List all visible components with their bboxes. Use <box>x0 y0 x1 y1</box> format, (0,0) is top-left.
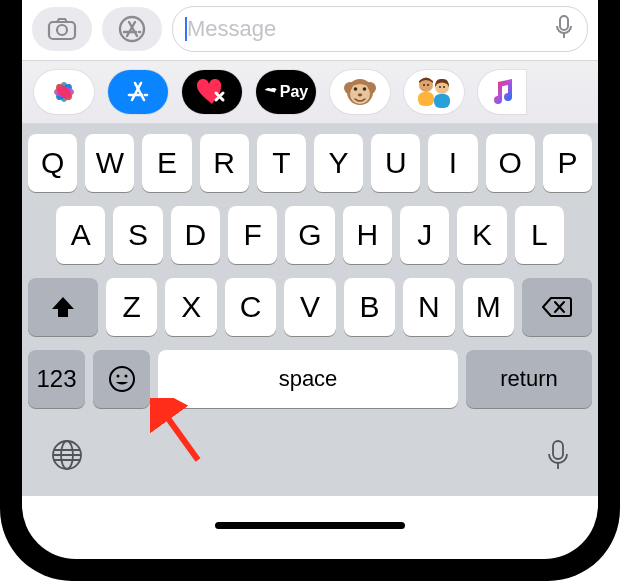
backspace-icon <box>542 296 572 318</box>
globe-button[interactable] <box>50 438 84 476</box>
space-key[interactable]: space <box>158 350 458 408</box>
app-people[interactable] <box>404 70 464 114</box>
svg-rect-28 <box>434 94 450 108</box>
screen: Message <box>22 0 598 559</box>
key-y[interactable]: Y <box>314 134 363 192</box>
message-field[interactable]: Message <box>172 6 588 52</box>
key-w[interactable]: W <box>85 134 134 192</box>
key-n[interactable]: N <box>403 278 454 336</box>
key-o[interactable]: O <box>486 134 535 192</box>
key-z[interactable]: Z <box>106 278 157 336</box>
camera-icon <box>47 17 77 41</box>
key-j[interactable]: J <box>400 206 449 264</box>
app-store-a-icon <box>117 15 147 43</box>
photos-icon <box>49 77 79 107</box>
svg-point-1 <box>57 25 67 35</box>
music-note-icon <box>490 78 514 106</box>
key-t[interactable]: T <box>257 134 306 192</box>
keyboard-row-4: 123 space return <box>28 350 592 408</box>
people-icon <box>412 74 456 110</box>
app-memoji[interactable] <box>330 70 390 114</box>
keyboard-row-3: Z X C V B N M <box>28 278 592 336</box>
backspace-key[interactable] <box>522 278 592 336</box>
svg-point-22 <box>423 84 425 86</box>
key-a[interactable]: A <box>56 206 105 264</box>
globe-icon <box>50 438 84 472</box>
apps-button[interactable] <box>102 7 162 51</box>
key-l[interactable]: L <box>515 206 564 264</box>
keyboard-row-1: Q W E R T Y U I O P <box>28 134 592 192</box>
apple-pay-label: Pay <box>280 83 308 101</box>
phone-frame: Message <box>0 0 620 581</box>
svg-point-18 <box>354 87 358 91</box>
return-key[interactable]: return <box>466 350 592 408</box>
key-e[interactable]: E <box>142 134 191 192</box>
camera-button[interactable] <box>32 7 92 51</box>
dictate-button[interactable] <box>555 14 573 44</box>
svg-point-30 <box>116 375 119 378</box>
svg-point-19 <box>363 87 367 91</box>
heart-icon <box>195 78 229 106</box>
memoji-monkey-icon <box>340 72 380 112</box>
emoji-key[interactable] <box>93 350 150 408</box>
svg-point-29 <box>110 367 134 391</box>
smile-icon <box>107 364 137 394</box>
app-store-icon <box>124 78 152 106</box>
svg-point-23 <box>427 84 429 86</box>
key-g[interactable]: G <box>285 206 334 264</box>
key-p[interactable]: P <box>543 134 592 192</box>
key-h[interactable]: H <box>343 206 392 264</box>
microphone-icon <box>555 14 573 40</box>
keyboard: Q W E R T Y U I O P A S D F G H J K L <box>22 124 598 418</box>
svg-point-27 <box>443 86 445 88</box>
message-placeholder: Message <box>187 16 276 42</box>
key-b[interactable]: B <box>344 278 395 336</box>
key-v[interactable]: V <box>284 278 335 336</box>
key-m[interactable]: M <box>463 278 514 336</box>
svg-rect-3 <box>560 16 568 30</box>
svg-point-26 <box>439 86 441 88</box>
app-photos[interactable] <box>34 70 94 114</box>
shift-icon <box>50 294 76 320</box>
svg-rect-34 <box>553 441 563 459</box>
microphone-icon <box>546 438 570 472</box>
svg-point-31 <box>124 375 127 378</box>
app-music[interactable] <box>478 70 526 114</box>
key-d[interactable]: D <box>171 206 220 264</box>
shift-key[interactable] <box>28 278 98 336</box>
apple-logo-icon <box>264 84 278 100</box>
key-r[interactable]: R <box>200 134 249 192</box>
dictate-bottom-button[interactable] <box>546 438 570 476</box>
app-store[interactable] <box>108 70 168 114</box>
app-apple-pay[interactable]: Pay <box>256 70 316 114</box>
svg-rect-24 <box>418 92 434 106</box>
keyboard-row-2: A S D F G H J K L <box>28 206 592 264</box>
key-x[interactable]: X <box>165 278 216 336</box>
key-u[interactable]: U <box>371 134 420 192</box>
svg-point-20 <box>358 94 362 97</box>
key-k[interactable]: K <box>457 206 506 264</box>
app-digital-touch[interactable] <box>182 70 242 114</box>
key-i[interactable]: I <box>428 134 477 192</box>
key-c[interactable]: C <box>225 278 276 336</box>
imessage-app-strip: Pay <box>22 60 598 124</box>
message-input-bar: Message <box>22 0 598 60</box>
home-indicator[interactable] <box>215 522 405 529</box>
key-s[interactable]: S <box>113 206 162 264</box>
numbers-key[interactable]: 123 <box>28 350 85 408</box>
keyboard-bottom-bar <box>22 418 598 496</box>
key-f[interactable]: F <box>228 206 277 264</box>
key-q[interactable]: Q <box>28 134 77 192</box>
